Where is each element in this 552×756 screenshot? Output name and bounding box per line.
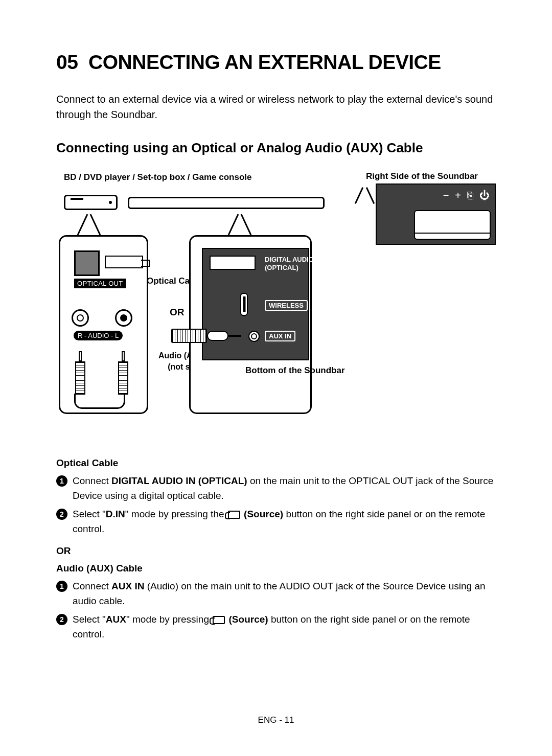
step-text: Connect AUX IN (Audio) on the main unit … <box>73 579 496 608</box>
optical-out-port <box>74 250 100 276</box>
audio-r-jack <box>72 309 89 327</box>
optical-out-label: OPTICAL OUT <box>74 279 126 288</box>
connection-diagram: BD / DVD player / Set-top box / Game con… <box>56 171 496 442</box>
digital-audio-in-label: DIGITAL AUDIO IN (OPTICAL) <box>265 256 322 271</box>
power-icon: ⏻ <box>479 190 490 201</box>
chapter-title: 05 CONNECTING AN EXTERNAL DEVICE <box>56 51 496 74</box>
diagram-or-label: OR <box>170 307 185 318</box>
aux-cable-heading: Audio (AUX) Cable <box>56 563 496 574</box>
wireless-port <box>240 293 248 316</box>
step-number-2-icon: 2 <box>56 614 67 625</box>
section-heading: Connecting using an Optical or Analog Au… <box>56 140 496 156</box>
aux-plug <box>171 329 245 344</box>
source-device-illustration <box>64 195 118 210</box>
aux-in-jack <box>248 331 260 342</box>
diagram-source-device-label: BD / DVD player / Set-top box / Game con… <box>64 171 251 184</box>
diagram-right-side-label: Right Side of the Soundbar <box>366 171 478 181</box>
chapter-name: CONNECTING AN EXTERNAL DEVICE <box>88 51 441 73</box>
chapter-number: 05 <box>56 51 78 73</box>
step-text: Select "D.IN" mode by pressing the (Sour… <box>73 507 496 536</box>
step-number-1-icon: 1 <box>56 475 67 487</box>
optical-step-1: 1 Connect DIGITAL AUDIO IN (OPTICAL) on … <box>56 474 496 503</box>
audio-rl-label: R - AUDIO - L <box>74 331 123 340</box>
rca-plug-left <box>75 351 86 396</box>
or-separator: OR <box>56 545 496 557</box>
optical-step-2: 2 Select "D.IN" mode by pressing the (So… <box>56 507 496 536</box>
aux-step-1: 1 Connect AUX IN (Audio) on the main uni… <box>56 579 496 608</box>
soundbar-right-side-panel: − + ⎘ ⏻ <box>376 184 496 245</box>
intro-paragraph: Connect to an external device via a wire… <box>56 91 496 122</box>
soundbar-callout-pointer <box>356 187 378 203</box>
aux-step-2: 2 Select "AUX" mode by pressing (Source)… <box>56 612 496 642</box>
optical-cable-heading: Optical Cable <box>56 457 496 469</box>
page-number: ENG - 11 <box>258 715 294 725</box>
source-icon: ⎘ <box>467 190 473 201</box>
rca-plug-right <box>118 351 129 396</box>
step-number-1-icon: 1 <box>56 581 67 592</box>
aux-in-label: AUX IN <box>265 331 295 341</box>
step-number-2-icon: 2 <box>56 509 67 520</box>
optical-plug-source <box>105 256 143 268</box>
wireless-label: WIRELESS <box>265 300 308 311</box>
bottom-soundbar-label: Bottom of the Soundbar <box>245 365 345 376</box>
optical-plug-soundbar <box>210 256 256 270</box>
soundbar-illustration <box>128 197 325 209</box>
source-button-icon <box>228 511 240 519</box>
soundbar-bottom-callout-pointer <box>230 213 252 236</box>
rca-cable-line <box>74 394 125 409</box>
source-button-icon <box>213 616 225 624</box>
step-text: Select "AUX" mode by pressing (Source) b… <box>73 612 496 642</box>
soundbar-side-profile <box>414 210 491 240</box>
step-text: Connect DIGITAL AUDIO IN (OPTICAL) on th… <box>73 474 496 503</box>
volume-down-icon: − <box>443 190 449 201</box>
volume-up-icon: + <box>455 190 461 201</box>
source-callout-pointer <box>79 213 102 236</box>
audio-l-jack <box>115 309 132 327</box>
